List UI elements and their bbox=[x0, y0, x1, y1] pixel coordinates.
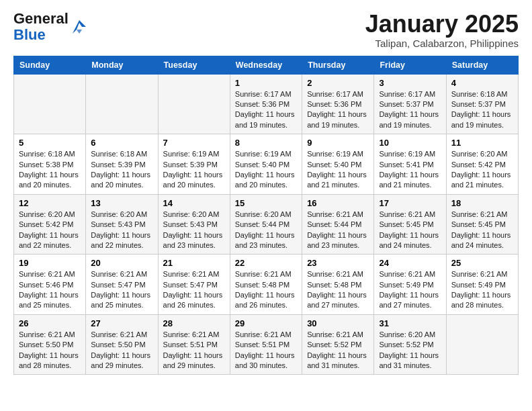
calendar-cell: 21Sunrise: 6:21 AMSunset: 5:47 PMDayligh… bbox=[158, 255, 230, 315]
day-number: 25 bbox=[451, 258, 513, 268]
calendar-cell bbox=[86, 74, 158, 134]
calendar-cell: 10Sunrise: 6:19 AMSunset: 5:41 PMDayligh… bbox=[374, 134, 446, 195]
day-info: Sunrise: 6:18 AMSunset: 5:39 PMDaylight:… bbox=[91, 149, 152, 191]
day-info: Sunrise: 6:19 AMSunset: 5:41 PMDaylight:… bbox=[379, 149, 441, 191]
calendar-cell: 1Sunrise: 6:17 AMSunset: 5:36 PMDaylight… bbox=[230, 74, 302, 134]
calendar-cell: 7Sunrise: 6:19 AMSunset: 5:39 PMDaylight… bbox=[158, 134, 230, 195]
calendar-week-row: 1Sunrise: 6:17 AMSunset: 5:36 PMDaylight… bbox=[14, 74, 519, 134]
page-subtitle: Talipan, Calabarzon, Philippines bbox=[365, 38, 519, 49]
calendar-cell: 13Sunrise: 6:20 AMSunset: 5:43 PMDayligh… bbox=[86, 194, 158, 255]
day-number: 22 bbox=[235, 258, 297, 268]
calendar-cell: 31Sunrise: 6:20 AMSunset: 5:52 PMDayligh… bbox=[374, 314, 446, 375]
calendar-cell: 26Sunrise: 6:21 AMSunset: 5:50 PMDayligh… bbox=[14, 314, 86, 375]
calendar-cell: 3Sunrise: 6:17 AMSunset: 5:37 PMDaylight… bbox=[374, 74, 446, 134]
day-info: Sunrise: 6:20 AMSunset: 5:52 PMDaylight:… bbox=[379, 330, 441, 371]
day-number: 14 bbox=[163, 198, 225, 208]
day-info: Sunrise: 6:17 AMSunset: 5:36 PMDaylight:… bbox=[235, 89, 297, 131]
day-number: 29 bbox=[235, 318, 297, 328]
weekday-header-saturday: Saturday bbox=[446, 56, 518, 74]
calendar-cell: 22Sunrise: 6:21 AMSunset: 5:48 PMDayligh… bbox=[230, 255, 302, 315]
day-number: 11 bbox=[451, 138, 513, 148]
day-number: 3 bbox=[379, 78, 441, 88]
logo: General Blue bbox=[13, 11, 89, 43]
svg-marker-1 bbox=[77, 30, 82, 34]
day-number: 16 bbox=[307, 198, 369, 208]
day-info: Sunrise: 6:20 AMSunset: 5:43 PMDaylight:… bbox=[91, 210, 152, 251]
weekday-header-friday: Friday bbox=[374, 56, 446, 74]
calendar-week-row: 5Sunrise: 6:18 AMSunset: 5:38 PMDaylight… bbox=[14, 134, 519, 195]
day-info: Sunrise: 6:21 AMSunset: 5:48 PMDaylight:… bbox=[307, 269, 369, 311]
calendar-cell: 15Sunrise: 6:20 AMSunset: 5:44 PMDayligh… bbox=[230, 194, 302, 255]
weekday-header-tuesday: Tuesday bbox=[158, 56, 230, 74]
day-number: 12 bbox=[19, 198, 81, 208]
weekday-header-row: SundayMondayTuesdayWednesdayThursdayFrid… bbox=[14, 56, 519, 74]
calendar-cell: 12Sunrise: 6:20 AMSunset: 5:42 PMDayligh… bbox=[14, 194, 86, 255]
calendar-cell: 11Sunrise: 6:20 AMSunset: 5:42 PMDayligh… bbox=[446, 134, 518, 195]
day-number: 13 bbox=[91, 198, 152, 208]
day-number: 28 bbox=[163, 318, 225, 328]
day-number: 30 bbox=[307, 318, 369, 328]
day-number: 2 bbox=[307, 78, 369, 88]
calendar-cell: 24Sunrise: 6:21 AMSunset: 5:49 PMDayligh… bbox=[374, 255, 446, 315]
calendar-week-row: 12Sunrise: 6:20 AMSunset: 5:42 PMDayligh… bbox=[14, 194, 519, 255]
day-number: 4 bbox=[451, 78, 513, 88]
calendar-cell bbox=[158, 74, 230, 134]
day-info: Sunrise: 6:20 AMSunset: 5:44 PMDaylight:… bbox=[235, 210, 297, 251]
calendar-cell: 19Sunrise: 6:21 AMSunset: 5:46 PMDayligh… bbox=[14, 255, 86, 315]
page-title: January 2025 bbox=[365, 11, 519, 38]
day-info: Sunrise: 6:21 AMSunset: 5:47 PMDaylight:… bbox=[163, 269, 225, 311]
calendar-cell: 18Sunrise: 6:21 AMSunset: 5:45 PMDayligh… bbox=[446, 194, 518, 255]
calendar-week-row: 26Sunrise: 6:21 AMSunset: 5:50 PMDayligh… bbox=[14, 314, 519, 375]
day-info: Sunrise: 6:21 AMSunset: 5:51 PMDaylight:… bbox=[163, 330, 225, 371]
day-number: 8 bbox=[235, 138, 297, 148]
day-number: 1 bbox=[235, 78, 297, 88]
day-info: Sunrise: 6:21 AMSunset: 5:46 PMDaylight:… bbox=[19, 269, 81, 311]
calendar-cell: 29Sunrise: 6:21 AMSunset: 5:51 PMDayligh… bbox=[230, 314, 302, 375]
calendar-cell: 9Sunrise: 6:19 AMSunset: 5:40 PMDaylight… bbox=[302, 134, 374, 195]
calendar-cell bbox=[446, 314, 518, 375]
calendar-cell: 17Sunrise: 6:21 AMSunset: 5:45 PMDayligh… bbox=[374, 194, 446, 255]
calendar-cell: 14Sunrise: 6:20 AMSunset: 5:43 PMDayligh… bbox=[158, 194, 230, 255]
day-number: 18 bbox=[451, 198, 513, 208]
calendar-cell: 5Sunrise: 6:18 AMSunset: 5:38 PMDaylight… bbox=[14, 134, 86, 195]
day-info: Sunrise: 6:19 AMSunset: 5:40 PMDaylight:… bbox=[307, 149, 369, 191]
weekday-header-thursday: Thursday bbox=[302, 56, 374, 74]
day-info: Sunrise: 6:21 AMSunset: 5:49 PMDaylight:… bbox=[379, 269, 441, 311]
day-number: 26 bbox=[19, 318, 81, 328]
day-info: Sunrise: 6:21 AMSunset: 5:50 PMDaylight:… bbox=[19, 330, 81, 371]
header: General Blue January 2025 Talipan, Calab… bbox=[13, 11, 519, 49]
day-info: Sunrise: 6:20 AMSunset: 5:42 PMDaylight:… bbox=[451, 149, 513, 191]
day-number: 10 bbox=[379, 138, 441, 148]
day-info: Sunrise: 6:20 AMSunset: 5:43 PMDaylight:… bbox=[163, 210, 225, 251]
day-info: Sunrise: 6:19 AMSunset: 5:40 PMDaylight:… bbox=[235, 149, 297, 191]
calendar-cell: 4Sunrise: 6:18 AMSunset: 5:37 PMDaylight… bbox=[446, 74, 518, 134]
day-number: 23 bbox=[307, 258, 369, 268]
day-number: 24 bbox=[379, 258, 441, 268]
calendar-cell: 23Sunrise: 6:21 AMSunset: 5:48 PMDayligh… bbox=[302, 255, 374, 315]
day-number: 31 bbox=[379, 318, 441, 328]
day-info: Sunrise: 6:21 AMSunset: 5:44 PMDaylight:… bbox=[307, 210, 369, 251]
day-info: Sunrise: 6:21 AMSunset: 5:47 PMDaylight:… bbox=[91, 269, 152, 311]
weekday-header-wednesday: Wednesday bbox=[230, 56, 302, 74]
day-number: 9 bbox=[307, 138, 369, 148]
day-number: 27 bbox=[91, 318, 152, 328]
day-info: Sunrise: 6:17 AMSunset: 5:36 PMDaylight:… bbox=[307, 89, 369, 131]
day-number: 21 bbox=[163, 258, 225, 268]
calendar-cell: 16Sunrise: 6:21 AMSunset: 5:44 PMDayligh… bbox=[302, 194, 374, 255]
calendar-cell: 6Sunrise: 6:18 AMSunset: 5:39 PMDaylight… bbox=[86, 134, 158, 195]
day-info: Sunrise: 6:19 AMSunset: 5:39 PMDaylight:… bbox=[163, 149, 225, 191]
day-info: Sunrise: 6:21 AMSunset: 5:49 PMDaylight:… bbox=[451, 269, 513, 311]
day-info: Sunrise: 6:21 AMSunset: 5:48 PMDaylight:… bbox=[235, 269, 297, 311]
day-number: 19 bbox=[19, 258, 81, 268]
day-info: Sunrise: 6:20 AMSunset: 5:42 PMDaylight:… bbox=[19, 210, 81, 251]
calendar-cell: 8Sunrise: 6:19 AMSunset: 5:40 PMDaylight… bbox=[230, 134, 302, 195]
weekday-header-monday: Monday bbox=[86, 56, 158, 74]
day-number: 7 bbox=[163, 138, 225, 148]
calendar-cell: 2Sunrise: 6:17 AMSunset: 5:36 PMDaylight… bbox=[302, 74, 374, 134]
calendar-cell: 27Sunrise: 6:21 AMSunset: 5:50 PMDayligh… bbox=[86, 314, 158, 375]
calendar-cell bbox=[14, 74, 86, 134]
day-number: 17 bbox=[379, 198, 441, 208]
logo-icon bbox=[70, 17, 89, 36]
day-number: 5 bbox=[19, 138, 81, 148]
title-block: January 2025 Talipan, Calabarzon, Philip… bbox=[365, 11, 519, 49]
